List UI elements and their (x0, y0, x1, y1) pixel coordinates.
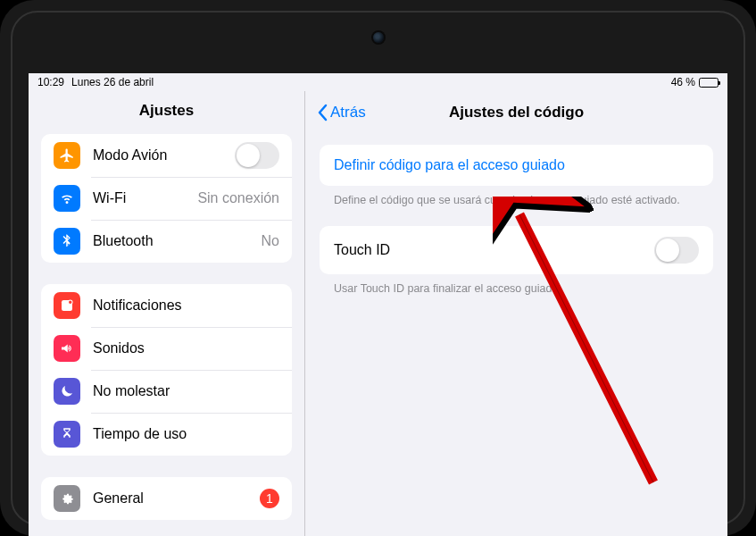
sidebar-title: Ajustes (29, 91, 304, 134)
bluetooth-icon (54, 228, 80, 255)
touchid-footer: Usar Touch ID para finalizar el acceso g… (305, 274, 727, 297)
sidebar-item-wifi[interactable]: Wi-Fi Sin conexión (41, 177, 292, 220)
status-bar: 10:29 Lunes 26 de abril 46 % (29, 73, 727, 91)
notifications-icon (54, 292, 80, 319)
touchid-label: Touch ID (334, 242, 654, 258)
back-label: Atrás (330, 104, 366, 121)
set-passcode-group: Definir código para el acceso guiado (320, 145, 713, 186)
sounds-icon (54, 335, 80, 362)
set-passcode-label: Definir código para el acceso guiado (334, 157, 565, 173)
gear-icon (54, 485, 80, 512)
airplane-icon (54, 142, 80, 169)
sidebar-item-sounds[interactable]: Sonidos (41, 327, 292, 370)
general-label: General (93, 490, 260, 507)
status-date: Lunes 26 de abril (71, 76, 154, 88)
sidebar-group-general: General 1 (41, 477, 292, 520)
general-badge: 1 (260, 489, 279, 508)
svg-point-1 (69, 300, 73, 305)
notifications-label: Notificaciones (93, 297, 279, 314)
sidebar-group-connectivity: Modo Avión Wi-Fi Sin conexión (41, 134, 292, 263)
back-button[interactable]: Atrás (316, 104, 366, 121)
screentime-label: Tiempo de uso (93, 426, 279, 442)
wifi-icon (54, 185, 80, 212)
sidebar-item-notifications[interactable]: Notificaciones (41, 284, 292, 327)
sounds-label: Sonidos (93, 340, 279, 356)
sidebar-item-general[interactable]: General 1 (41, 477, 292, 520)
set-passcode-footer: Define el código que se usará cuando el … (305, 186, 727, 208)
bluetooth-detail: No (262, 233, 279, 249)
screen: 10:29 Lunes 26 de abril 46 % Ajustes Mod… (29, 73, 727, 536)
airplane-label: Modo Avión (93, 147, 235, 163)
touchid-toggle[interactable] (654, 237, 699, 264)
ipad-frame: 10:29 Lunes 26 de abril 46 % Ajustes Mod… (0, 0, 756, 536)
wifi-detail: Sin conexión (197, 190, 279, 206)
moon-icon (54, 378, 80, 405)
hourglass-icon (54, 421, 80, 448)
dnd-label: No molestar (93, 383, 279, 399)
touchid-group: Touch ID (320, 226, 713, 274)
front-camera (373, 32, 384, 43)
page-title: Ajustes del código (305, 104, 727, 121)
battery-percent: 46 % (671, 76, 695, 88)
settings-sidebar: Ajustes Modo Avión Wi-Fi S (29, 91, 305, 536)
set-passcode-row[interactable]: Definir código para el acceso guiado (320, 145, 713, 186)
detail-pane: Atrás Ajustes del código Definir código … (305, 91, 727, 536)
sidebar-item-airplane[interactable]: Modo Avión (41, 134, 292, 177)
sidebar-group-alerts: Notificaciones Sonidos No molestar (41, 284, 292, 456)
bluetooth-label: Bluetooth (93, 233, 262, 249)
status-time: 10:29 (37, 76, 64, 88)
sidebar-item-bluetooth[interactable]: Bluetooth No (41, 220, 292, 263)
battery-icon (699, 78, 719, 88)
chevron-left-icon (316, 104, 328, 121)
sidebar-item-screentime[interactable]: Tiempo de uso (41, 413, 292, 456)
wifi-label: Wi-Fi (93, 190, 197, 206)
nav-bar: Atrás Ajustes del código (305, 91, 727, 134)
sidebar-item-dnd[interactable]: No molestar (41, 370, 292, 413)
airplane-toggle[interactable] (235, 142, 279, 169)
touchid-row[interactable]: Touch ID (320, 226, 713, 274)
